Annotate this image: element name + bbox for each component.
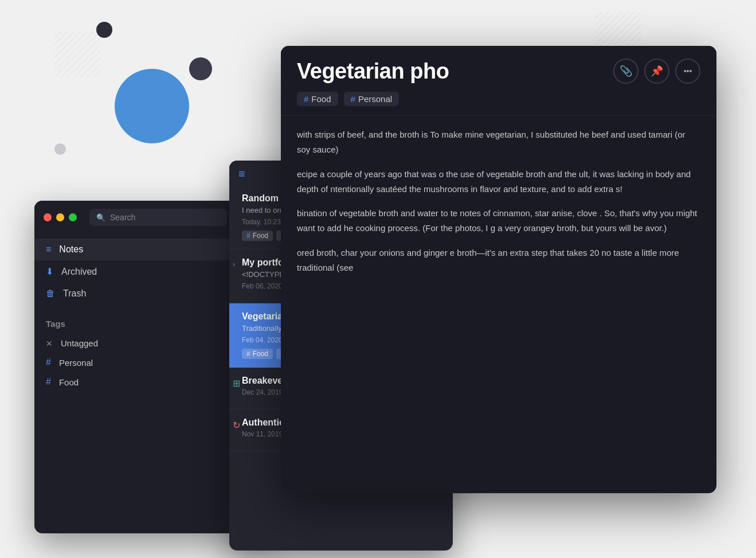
untagged-icon: ✕ (46, 339, 53, 348)
note-paragraph-3: bination of vegetable broth and water to… (297, 206, 700, 236)
note-detail-title: Vegetarian pho (297, 59, 449, 84)
archived-icon: ⬇ (46, 266, 53, 277)
food-tag-label: Food (311, 94, 331, 104)
note-paragraph-2: ecipe a couple of years ago that was o t… (297, 167, 700, 197)
note-detail-title-row: Vegetarian pho 📎 📌 ••• (297, 58, 700, 84)
decoration-circle-dark1 (96, 22, 112, 38)
note-tag-food: # Food (242, 349, 273, 359)
tag-label-food: Food (59, 377, 79, 387)
note-detail-window: Vegetarian pho 📎 📌 ••• # Food # Personal (281, 46, 716, 493)
traffic-lights (44, 213, 77, 221)
attach-button[interactable]: 📎 (613, 58, 639, 84)
maximize-button[interactable] (69, 213, 77, 221)
trash-icon: 🗑 (46, 288, 55, 299)
close-button[interactable] (44, 213, 52, 221)
pin-button[interactable]: 📌 (644, 58, 669, 84)
personal-tag-label: Personal (358, 94, 392, 104)
notes-list-icon: ≡ (238, 167, 245, 181)
minimize-button[interactable] (56, 213, 64, 221)
food-hash-icon: # (304, 94, 308, 104)
food-tag-icon: # (46, 377, 51, 387)
note-tag-food: # Food (242, 231, 273, 241)
note-detail-tags: # Food # Personal (297, 92, 700, 106)
refresh-icon: ↻ (233, 420, 240, 431)
detail-tag-food[interactable]: # Food (297, 92, 338, 106)
search-input-placeholder: Search (110, 213, 135, 222)
personal-hash-icon: # (351, 94, 355, 104)
note-paragraph-4: ored broth, char your onions and ginger … (297, 245, 700, 276)
sidebar-item-label-notes: Notes (59, 244, 83, 255)
tags-label: Tags (46, 319, 65, 329)
detail-tag-personal[interactable]: # Personal (344, 92, 399, 106)
notes-icon: ≡ (46, 244, 51, 255)
personal-tag-icon: # (46, 357, 51, 368)
tag-label-personal: Personal (59, 358, 93, 368)
note-detail-header: Vegetarian pho 📎 📌 ••• # Food # Personal (281, 46, 716, 116)
tag-label-untagged: Untagged (61, 338, 98, 348)
note-detail-text: with strips of beef, and the broth is To… (297, 127, 700, 275)
table-icon: ⊞ (233, 378, 240, 389)
search-icon: 🔍 (96, 213, 105, 222)
note-detail-content: with strips of beef, and the broth is To… (281, 116, 716, 493)
note-detail-actions: 📎 📌 ••• (613, 58, 700, 84)
sidebar-item-label-trash: Trash (63, 288, 86, 299)
code-icon: › (233, 260, 235, 268)
sidebar-item-label-archived: Archived (61, 267, 97, 277)
search-bar[interactable]: 🔍 Search (89, 209, 227, 226)
more-button[interactable]: ••• (675, 58, 700, 84)
note-paragraph-1: with strips of beef, and the broth is To… (297, 127, 700, 158)
